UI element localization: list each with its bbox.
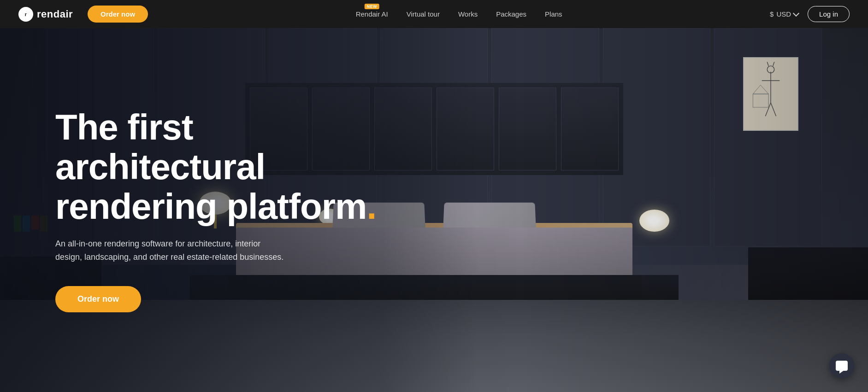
logo-icon: r (18, 7, 33, 22)
hero-subtitle: An all-in-one rendering software for arc… (55, 237, 286, 264)
nav-item-rendair-ai[interactable]: NEW Rendair AI (356, 10, 388, 18)
nav-item-rendair-ai-label: Rendair AI (356, 10, 388, 18)
logo-text: rendair (37, 8, 73, 20)
chat-support-button[interactable] (829, 353, 854, 378)
navbar-right: $ USD Log in (770, 6, 850, 22)
navbar: r rendair Order now NEW Rendair AI Virtu… (0, 0, 868, 28)
nav-item-plans[interactable]: Plans (545, 10, 562, 18)
logo[interactable]: r rendair (18, 7, 73, 22)
navbar-center: NEW Rendair AI Virtual tour Works Packag… (356, 10, 562, 18)
nav-item-virtual-tour[interactable]: Virtual tour (407, 10, 440, 18)
hero-title-line1: The first architectural (55, 107, 265, 187)
dollar-icon: $ (770, 10, 774, 18)
nav-item-works[interactable]: Works (458, 10, 478, 18)
svg-text:r: r (25, 12, 27, 17)
new-badge: NEW (364, 4, 379, 9)
currency-label: USD (776, 10, 791, 18)
hero-title: The first architectural rendering platfo… (55, 108, 378, 226)
login-button[interactable]: Log in (808, 6, 850, 22)
hero-title-line2: rendering platform (55, 186, 366, 227)
chat-icon (836, 361, 848, 371)
hero-content: The first architectural rendering platfo… (0, 28, 868, 392)
currency-selector[interactable]: $ USD (770, 10, 798, 18)
nav-item-packages[interactable]: Packages (496, 10, 526, 18)
chevron-down-icon (793, 10, 799, 16)
navbar-left: r rendair Order now (18, 6, 148, 23)
hero-cta-button[interactable]: Order now (55, 286, 141, 312)
navbar-order-now-button[interactable]: Order now (88, 6, 148, 23)
hero-title-period: . (366, 186, 376, 227)
